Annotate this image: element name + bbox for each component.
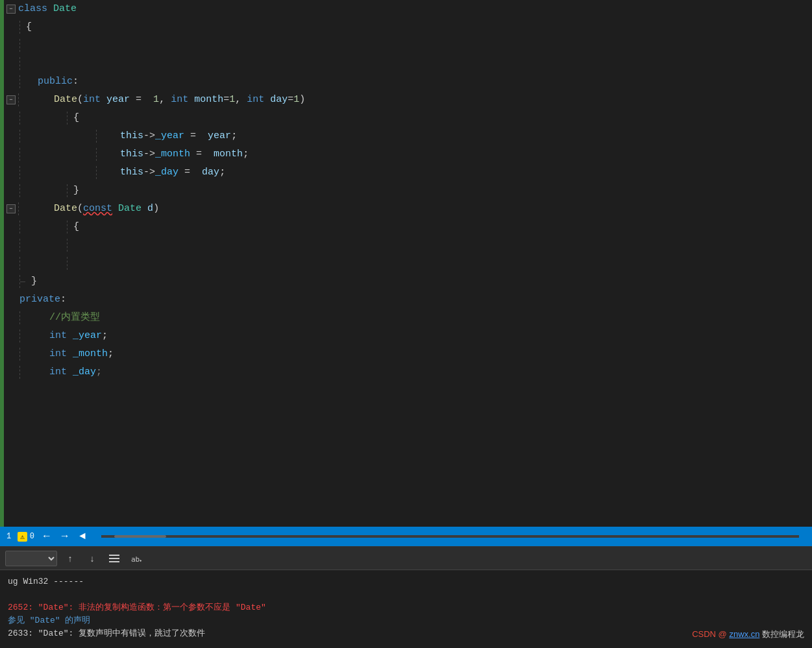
code-line-constructor-2: − Date ( const Date d ): [4, 200, 812, 218]
fold-btn-3[interactable]: −: [6, 204, 16, 213]
btn-wrap[interactable]: ab↵: [127, 551, 145, 566]
svg-text:ab↵: ab↵: [131, 555, 141, 563]
back-arrow[interactable]: ←: [41, 531, 53, 542]
btn-down[interactable]: ↓: [83, 551, 101, 566]
code-line-constructor-1: − Date ( int year = 1 , int month =: [4, 91, 812, 109]
fold-btn-1[interactable]: −: [6, 5, 16, 14]
bottom-toolbar: ↑ ↓ ab↵: [0, 547, 812, 570]
code-line-class-date: − class Date: [4, 0, 812, 18]
kw-int-3: int: [49, 363, 67, 381]
kw-public: public: [38, 73, 73, 91]
code-line-open-brace-2: {: [4, 109, 812, 127]
scrollbar-thumb: [114, 535, 166, 538]
fn-date-2: Date: [54, 200, 77, 218]
kw-int-2: int: [49, 345, 67, 363]
output-line-4: 参见 "Date" 的声明: [8, 614, 804, 627]
status-bar: 1 ⚠ 0 ← → ◄: [0, 527, 812, 546]
code-scroll: − class Date {: [0, 0, 812, 527]
bottom-panel: ↑ ↓ ab↵ ug Win32 ------ 2652: "Date": 非法…: [0, 546, 812, 648]
vline-3: [19, 57, 20, 70]
var-day: _day: [73, 363, 96, 381]
code-line-this-year: this -> _year = year ;: [4, 127, 812, 145]
code-line-empty-3: [4, 236, 812, 254]
watermark: CSDN @ znwx.cn 数控编程龙: [692, 629, 804, 640]
code-line-open-brace-3: {: [4, 218, 812, 236]
code-line-empty-1: [4, 36, 812, 54]
watermark-name: 数控编程龙: [762, 629, 804, 639]
var-year: _year: [73, 327, 102, 345]
warning-indicator: ⚠ 0: [18, 532, 34, 542]
line-col-indicator: 1: [6, 532, 11, 541]
vline-14b: [67, 257, 68, 270]
code-line-int-month: int _month ;: [4, 345, 812, 363]
code-line-int-year: int _year ;: [4, 327, 812, 345]
code-line-empty-4: [4, 254, 812, 272]
code-line-close-brace-1: }: [4, 182, 812, 200]
watermark-site: znwx.cn: [729, 629, 759, 639]
code-line-empty-2: [4, 54, 812, 73]
watermark-prefix: CSDN @: [692, 629, 727, 639]
output-line-1: ug Win32 ------: [8, 575, 804, 588]
kw-const: const: [83, 200, 112, 218]
btn-list[interactable]: [105, 551, 123, 566]
kw-private: private: [19, 291, 60, 309]
btn-up[interactable]: ↑: [61, 551, 79, 566]
code-line-private: private :: [4, 291, 812, 309]
output-line-3: 2652: "Date": 非法的复制构造函数：第一个参数不应是 "Date": [8, 601, 804, 614]
code-line-comment: //内置类型: [4, 309, 812, 327]
output-area: ug Win32 ------ 2652: "Date": 非法的复制构造函数：…: [0, 570, 812, 648]
fold-btn-2[interactable]: −: [6, 95, 16, 104]
content-lines[interactable]: − class Date {: [4, 0, 812, 527]
scroll-indicator[interactable]: ◄: [77, 531, 88, 542]
kw-int-1: int: [49, 327, 67, 345]
comment-text: //内置类型: [49, 309, 100, 327]
filter-dropdown[interactable]: [5, 551, 57, 566]
forward-arrow[interactable]: →: [59, 531, 71, 542]
class-name: Date: [53, 0, 77, 18]
output-line-5: 2633: "Date": 复数声明中有错误，跳过了次数件: [8, 627, 804, 640]
code-line-close-brace-2: }: [4, 272, 812, 291]
var-month: _month: [73, 345, 108, 363]
code-line-open-brace-1: {: [4, 18, 812, 36]
kw-class: class: [18, 0, 47, 18]
code-line-this-day: this -> _day = day ;: [4, 163, 812, 182]
svg-rect-0: [109, 555, 119, 556]
svg-rect-1: [109, 558, 119, 559]
code-line-this-month: this -> _month = month ;: [4, 145, 812, 163]
vline-13b: [67, 239, 68, 252]
code-area: − class Date {: [0, 0, 812, 546]
fn-date-1: Date: [54, 91, 77, 109]
warning-badge: ⚠: [18, 532, 27, 542]
horizontal-scrollbar[interactable]: [101, 535, 799, 538]
code-line-int-day: int _day ;: [4, 363, 812, 381]
svg-rect-2: [109, 561, 119, 562]
editor-container: − class Date {: [0, 0, 812, 648]
output-line-2: [8, 588, 804, 601]
code-line-public: public :: [4, 73, 812, 91]
vline-2: [19, 39, 20, 52]
